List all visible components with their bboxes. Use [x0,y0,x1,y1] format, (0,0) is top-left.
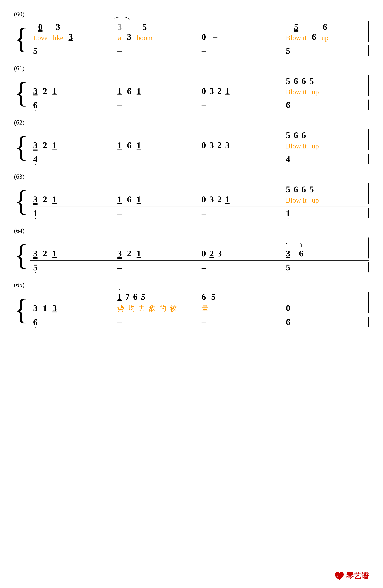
n-61-4-4: 5 [309,76,314,86]
n-63-3-2: 3 [209,194,214,204]
n-62-4-2: 6 [294,130,298,140]
n-62-2-2: 6 [127,140,131,150]
lower-60-1: 5· [30,46,114,56]
measure-65-1: 3 1 3 [30,303,114,313]
upper-staff-65: 3 1 3 · 1 7 6 [30,292,369,315]
lower-63-3: – [198,208,282,218]
n-63-4-4: 5 [309,184,314,194]
n-64-2-1: 3 [117,248,122,258]
barline-60 [368,21,369,42]
note-60-2-3: 5 [142,22,147,32]
section-63: (63) { · 3 · 2 [14,173,369,218]
measure-63-1: · 3 · 2 · 1 [30,194,114,204]
n-61-3-3: 2 [217,86,222,96]
measure-62-2: · 1 6 · 1 [114,140,198,150]
n-65-1-3: 3 [52,303,57,313]
measure-63-3: 0 · 3 · 2 · 1 [198,194,282,204]
lower-60-4: 5· [282,46,367,56]
brace-60: { [14,23,28,53]
lyric-60-4-1: Blow it [286,34,307,42]
lyric-62-4: Blow it up [286,142,319,150]
lower-note-61-1: 6· [33,100,38,110]
n-63-1-1: 3 [33,194,38,204]
lower-note-64-1: 5· [33,262,38,272]
n-62-1-1: 3 [33,140,38,150]
section-65: (65) { 3 1 3 [14,281,369,327]
lower-dash-61-3: – [202,100,206,110]
lower-staff-61: 6· – – 6· [30,98,369,110]
n-64-3-1: 0 [202,248,206,258]
measure-62-1: · 3 · 2 · 1 [30,140,114,150]
n-65-3-1: 6 [202,292,206,302]
n-62-1-2: 2 [43,140,47,150]
lower-62-3: – [198,154,282,164]
measure-63-4: 5 6 6 5 Blow it up [282,184,367,204]
lower-dash-60-2: – [117,46,122,56]
barline-lower-63 [368,208,369,218]
dash-60-3: – [213,32,217,42]
n-63-3-3: 2 [217,194,222,204]
lower-note-62-4: 4· [286,154,290,164]
lower-61-3: – [198,100,282,110]
lower-dash-64-3: – [202,262,206,272]
measure-64-1: · 3 · 2 · 1 [30,248,114,258]
n-64-1-1: 3 [33,248,38,258]
n-65-1-1: 3 [33,303,38,313]
lyric-60-1-1: Love [33,34,47,42]
lower-60-3: – [198,46,282,56]
lower-dash-63-2: – [117,208,122,218]
n-64-1-2: 2 [43,248,47,258]
lower-dash-61-2: – [117,100,122,110]
row-number-61: (61) [14,65,24,72]
lower-63-2: – [114,208,198,218]
lyric-60-2-1: a [118,34,121,42]
measure-65-2: · 1 7 6 5 势 均 力 敌 的 较 [114,292,198,313]
lower-dash-65-3: – [202,317,206,327]
n-61-4-2: 6 [294,76,298,86]
lower-note-60-4: 5· [286,46,290,56]
lower-staff-62: 4· – – 4· [30,152,369,164]
barline-61 [368,75,369,96]
n-61-4-3: 6 [302,76,306,86]
lower-note-62-1: 4· [33,154,38,164]
n-64-1-3: 1 [52,248,57,258]
n-65-2-4: 5 [141,292,145,302]
note-60-3-1: 0 [202,32,206,42]
lower-64-3: – [198,262,282,273]
measure-64-4: · 3 6 [282,248,367,258]
n-62-3-4: 3 [225,140,229,150]
n-64-2-2: 2 [127,248,131,258]
n-65-2-3: 6 [133,292,137,302]
n-61-3-2: 3 [209,86,214,96]
brace-64: { [14,240,28,270]
n-63-1-3: 1 [52,194,57,204]
measure-60-1: 0 Love 3 like 3 [30,22,114,42]
lower-62-1: 4· [30,154,114,164]
brace-63: { [14,186,28,216]
lower-63-4: 1· [282,208,367,218]
lower-62-2: – [114,154,198,164]
n-65-4-1: 0 [286,303,290,313]
n-63-3-4: 1 [225,194,229,204]
lower-65-1: 6· [30,317,114,327]
measure-61-3: 0 · 3 · 2 · 1 [198,86,282,96]
lyric-65-2: 势 均 力 敌 的 较 [117,304,177,313]
n-61-2-2: 6 [127,86,131,96]
lyric-65-3: 量 [202,304,208,313]
logo-text: 琴艺谱 [346,571,369,581]
n-61-3-4: 1 [225,86,229,96]
measure-60-4: 5 Blow it 6 6 up [282,22,367,42]
lower-60-2: – [114,46,198,56]
measure-61-2: · 1 6 · 1 [114,86,198,96]
n-64-3-3: 3 [217,248,222,258]
logo-area: ♪ 琴艺谱 [334,571,369,581]
lyric-61-4: Blow it up [286,88,319,96]
n-62-3-3: 2 [217,140,222,150]
barline-62 [368,129,369,150]
n-65-2-1: 1 [117,292,122,302]
svg-text:♪: ♪ [337,575,338,578]
n-63-4-3: 6 [302,184,306,194]
note-60-1-1: 0 [38,22,43,32]
note-60-2-2: 3 [127,32,131,42]
brace-62: { [14,132,28,162]
